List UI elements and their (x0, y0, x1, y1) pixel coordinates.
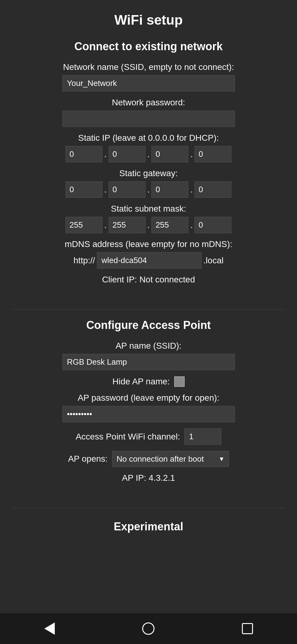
static-gateway-label: Static gateway: (13, 168, 284, 178)
ip-dot-1: . (102, 149, 109, 159)
static-ip-row: . . . (13, 146, 284, 162)
home-circle-icon (142, 622, 155, 635)
static-ip-label: Static IP (leave at 0.0.0.0 for DHCP): (13, 133, 284, 143)
subnet-dot-2: . (146, 220, 152, 230)
ap-opens-select-wrapper: No connection after boot Always Never (112, 451, 229, 467)
password-input[interactable] (62, 111, 235, 127)
hide-ap-row: Hide AP name: (13, 376, 284, 387)
back-button[interactable] (37, 619, 62, 638)
ssid-input[interactable] (62, 75, 235, 91)
ap-opens-label: AP opens: (68, 454, 108, 464)
mdns-suffix: .local (203, 256, 223, 265)
back-triangle-icon (44, 622, 55, 635)
static-ip-octet-1[interactable] (66, 146, 102, 162)
ap-channel-label: Access Point WiFi channel: (76, 432, 180, 442)
ap-ip-text: AP IP: 4.3.2.1 (122, 473, 175, 483)
ap-opens-row: AP opens: No connection after boot Alway… (13, 451, 284, 467)
ap-opens-select[interactable]: No connection after boot Always Never (112, 451, 229, 467)
connect-section-title: Connect to existing network (74, 40, 223, 53)
ap-password-input[interactable] (62, 406, 235, 422)
subnet-dot-3: . (188, 220, 195, 230)
page-title: WiFi setup (114, 12, 183, 28)
gateway-octet-2[interactable] (109, 181, 146, 198)
nav-bar (0, 613, 297, 644)
ap-password-label: AP password (leave empty for open): (13, 393, 284, 403)
client-ip-status: Client IP: Not connected (102, 275, 195, 285)
subnet-octet-1[interactable] (66, 217, 102, 233)
ip-dot-2: . (146, 149, 152, 159)
ap-channel-input[interactable] (184, 428, 221, 445)
subnet-octet-4[interactable] (195, 217, 231, 233)
gateway-octet-3[interactable] (151, 181, 188, 198)
static-gateway-row: . . . (13, 181, 284, 198)
static-ip-octet-2[interactable] (109, 146, 146, 162)
mdns-input[interactable] (97, 252, 202, 269)
gateway-dot-1: . (102, 185, 109, 195)
password-label: Network password: (13, 98, 284, 107)
recent-button[interactable] (235, 619, 260, 638)
mdns-prefix: http:// (74, 256, 95, 265)
subnet-mask-label: Static subnet mask: (13, 204, 284, 214)
gateway-dot-2: . (146, 185, 152, 195)
ap-name-label: AP name (SSID): (13, 341, 284, 351)
hide-ap-checkbox[interactable] (174, 376, 185, 387)
connect-section: Connect to existing network Network name… (13, 40, 284, 294)
subnet-dot-1: . (102, 220, 109, 230)
section-divider-2 (12, 508, 285, 508)
experimental-section: Experimental (13, 517, 284, 539)
ap-section: Configure Access Point AP name (SSID): H… (13, 319, 284, 492)
ap-name-input[interactable] (62, 354, 235, 370)
gateway-octet-1[interactable] (66, 181, 102, 198)
experimental-title: Experimental (114, 520, 183, 533)
ip-dot-3: . (188, 149, 195, 159)
mdns-label: mDNS address (leave empty for no mDNS): (13, 239, 284, 249)
static-ip-octet-3[interactable] (151, 146, 188, 162)
subnet-mask-row: . . . (13, 217, 284, 233)
subnet-octet-3[interactable] (151, 217, 188, 233)
gateway-octet-4[interactable] (195, 181, 231, 198)
recent-square-icon (242, 623, 253, 634)
ap-channel-row: Access Point WiFi channel: (13, 428, 284, 445)
static-ip-octet-4[interactable] (195, 146, 231, 162)
home-button[interactable] (136, 619, 161, 638)
ap-section-title: Configure Access Point (86, 319, 211, 332)
subnet-octet-2[interactable] (109, 217, 146, 233)
hide-ap-label: Hide AP name: (112, 377, 170, 387)
section-divider-1 (12, 309, 285, 310)
gateway-dot-3: . (188, 185, 195, 195)
mdns-row: http:// .local (13, 252, 284, 269)
ssid-label: Network name (SSID, empty to not connect… (13, 62, 284, 72)
